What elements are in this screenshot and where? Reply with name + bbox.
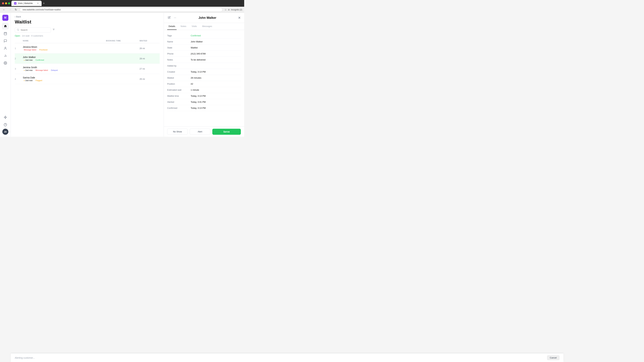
row-waited: 28 mi [140,57,160,60]
col-name: NAME [23,40,106,42]
list-header: NAME BOOKING TIME WAITED [15,38,160,43]
tab-close-button[interactable]: ✕ [37,2,39,5]
sidebar-item-calendar[interactable] [2,30,9,37]
tag-just-now: Just now [23,69,34,71]
sidebar-item-analytics[interactable] [2,52,9,59]
detail-close-button[interactable]: ✕ [238,16,241,20]
filter-icon[interactable] [52,28,55,32]
detail-label: Name [167,40,191,43]
active-tab[interactable]: W Visits | Waitwhile ✕ [12,1,42,6]
sidebar-user-avatar[interactable]: JD [2,129,8,135]
detail-row-added-by: Added by [167,63,241,69]
detail-tabs: Details Notes Visits Messages [164,23,244,30]
detail-row-tags: Tags Confirmed [167,33,241,39]
row-info: Jemina Smith Just now Message failed Del… [23,66,106,71]
sidebar-item-settings[interactable] [2,60,9,66]
search-icon [17,28,19,31]
window-minimize-button[interactable] [5,2,7,4]
svg-point-8 [5,63,6,63]
sidebar-item-help[interactable] [2,121,9,128]
detail-value-tags: Confirmed [191,34,241,37]
table-row[interactable]: 4 Sarina Dale Just now Flagged 26 mi [15,74,160,84]
tab-details[interactable]: Details [167,23,176,30]
tag-just-now: Just now [23,79,34,82]
detail-row-phone: Phone (412) 345-6789 [167,51,241,57]
detail-value-notes: To be delivered [191,58,241,61]
url-text: new.waitwhile.com/visits?visitState=wait… [22,8,61,11]
col-num [15,40,23,42]
svg-rect-0 [4,32,6,35]
browser-chrome: W Visits | Waitwhile ✕ + [0,0,244,7]
row-waited: 26 mi [140,47,160,50]
search-input[interactable] [21,29,49,31]
detail-label: Waitlist time [167,95,191,97]
edit-icon[interactable] [167,15,171,20]
detail-value-position: #2 [191,83,241,85]
sidebar-item-lightning[interactable] [2,114,9,121]
tab-messages[interactable]: Messages [201,23,214,30]
row-info: Sarina Dale Just now Flagged [23,76,106,82]
tab-notes[interactable]: Notes [179,23,188,30]
detail-label: Notes [167,58,191,61]
detail-row-waited: Waited 28 minutes [167,75,241,81]
detail-value-waitlist-time: Today, 3:13 PM [191,95,241,97]
detail-row-position: Position #2 [167,81,241,87]
table-row[interactable]: 1 Jessica Moon Message failed Prioritize… [15,43,160,53]
url-bar[interactable]: new.waitwhile.com/visits?visitState=wait… [20,8,222,12]
new-tab-button[interactable]: + [42,2,46,5]
window-close-button[interactable] [2,2,4,4]
detail-label: Estimated wait [167,89,191,91]
tag-flagged: Flagged [34,79,43,82]
row-info: Jessica Moon Message failed Prioritized [23,45,106,51]
detail-label: Phone [167,52,191,55]
row-waited: 26 mi [140,78,160,80]
table-row[interactable]: 3 Jemina Smith Just now Message failed D… [15,64,160,74]
page-title: Waitlist [15,19,160,25]
col-waited: WAITED [140,40,160,42]
profile-icon[interactable]: Incognito (2) [231,8,242,11]
detail-body: Tags Confirmed Name John Walker State Wa… [164,30,244,126]
detail-label: State [167,46,191,49]
no-show-button[interactable]: No Show [167,129,188,135]
sidebar-item-messages[interactable] [2,37,9,44]
tab-visits[interactable]: Visits [190,23,198,30]
forward-nav-button[interactable]: → [8,7,12,12]
row-info: John Walker Just now Confirmed [23,56,106,61]
row-name: Jemina Smith [23,66,106,69]
row-number: 1 [15,47,23,50]
detail-row-notes: Notes To be delivered [167,57,241,63]
svg-point-12 [17,29,19,30]
sidebar-item-customers[interactable] [2,45,9,52]
list-area: NAME BOOKING TIME WAITED 1 Jessica Moon … [11,38,164,137]
window-maximize-button[interactable] [8,2,10,4]
extensions-icon[interactable]: ⧈ [228,8,230,11]
row-tags: Just now Flagged [23,79,106,82]
back-nav-button[interactable]: ← [2,7,6,12]
detail-row-created: Created Today, 3:13 PM [167,69,241,75]
sidebar-item-home[interactable] [2,23,9,29]
tag-prioritized: Prioritized [38,49,48,51]
detail-row-state: State Waitlist [167,45,241,51]
back-label: Back [16,15,21,18]
tag-just-now: Just now [23,59,34,61]
detail-value-confirmed: Today, 3:13 PM [191,107,241,109]
alert-button[interactable]: Alert [190,129,210,135]
bookmark-icon[interactable]: ☆ [224,8,227,11]
detail-row-waitlist-time: Waitlist time Today, 3:13 PM [167,93,241,99]
detail-value-phone: (412) 345-6789 [191,52,241,55]
back-link[interactable]: ‹ Back [15,15,160,18]
status-open: Open [15,34,20,37]
reload-button[interactable]: ↻ [14,7,18,12]
detail-label: Position [167,83,191,85]
detail-panel: ··· John Walker ✕ Details Notes Visits M… [164,13,244,137]
main-content: ‹ Back Waitlist Open · 1m wait · 4 custo… [11,13,164,137]
tab-bar: W Visits | Waitwhile ✕ + [12,0,242,7]
tag-message-failed: Message failed [34,69,49,71]
detail-panel-title: John Walker [179,16,236,19]
search-input-wrap[interactable] [15,27,51,32]
table-row[interactable]: 2 John Walker Just now Confirmed 28 mi [15,53,160,64]
detail-footer: No Show Alert Serve [164,126,244,137]
serve-button[interactable]: Serve [212,129,241,135]
detail-label: Waited [167,77,191,79]
more-options-icon[interactable]: ··· [173,15,177,20]
